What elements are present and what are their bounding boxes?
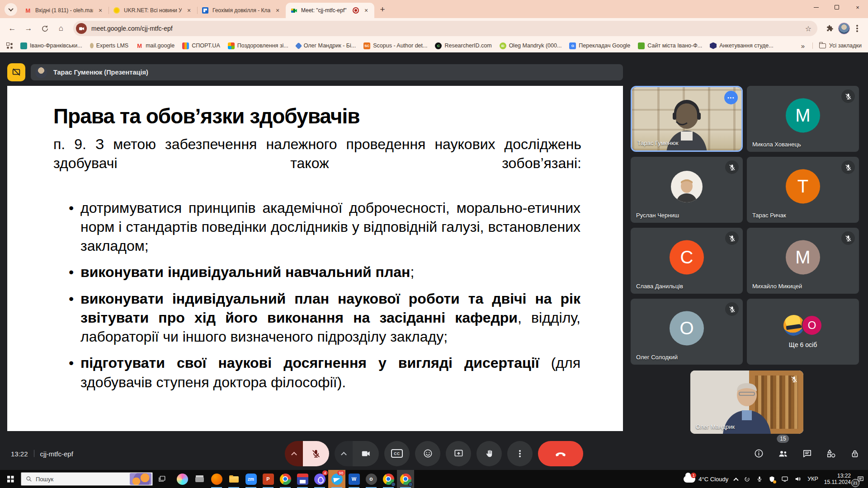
participant-tile-rychak[interactable]: Т Тарас Ричак (747, 157, 859, 223)
taskbar-app-chrome-profile[interactable] (380, 470, 397, 488)
minimize-button[interactable] (806, 0, 826, 14)
tile-menu-button[interactable]: ••• (724, 91, 738, 104)
mic-muted-button[interactable] (303, 441, 329, 466)
taskbar-app-telegram[interactable]: 98 (328, 470, 345, 488)
sync-tray-icon[interactable] (744, 476, 750, 483)
camera-on-button[interactable] (353, 441, 379, 466)
bookmarks-overflow-chevron[interactable]: » (801, 42, 805, 50)
taskbar-app-printer[interactable] (191, 470, 208, 488)
apps-grid-icon[interactable] (6, 42, 13, 49)
bookmark-item[interactable]: Анкетування студе... (710, 42, 774, 49)
tab-geochemistry[interactable]: Геохімія довкілля - Кларк × (197, 3, 286, 18)
network-tray-icon[interactable] (781, 475, 788, 483)
participant-tile-solodkyi[interactable]: О Олег Солодкий (631, 299, 743, 365)
tab-search-button[interactable] (5, 3, 17, 16)
profile-avatar[interactable] (838, 23, 850, 34)
bookmark-item[interactable]: Олег Мандрик - Бі... (296, 42, 356, 49)
captions-button[interactable]: CC (384, 441, 410, 466)
extensions-icon[interactable] (822, 21, 837, 36)
taskbar-app-explorer[interactable] (225, 470, 242, 488)
reload-button[interactable] (37, 21, 52, 36)
info-icon (754, 448, 764, 459)
participant-name: Михайло Микицей (752, 283, 802, 290)
meeting-details-button[interactable] (754, 448, 764, 459)
bookmark-item[interactable]: Experts LMS (90, 42, 129, 49)
clock[interactable]: 13:22 15.11.2024 (824, 473, 851, 485)
taskbar-app-chrome-active[interactable] (397, 470, 414, 488)
maximize-button[interactable] (826, 0, 847, 14)
taskbar-search[interactable]: Пошук (21, 472, 153, 486)
security-tray-icon[interactable] (769, 476, 775, 483)
tab-ukrnet[interactable]: UKR.NET: Всі новини України × (108, 3, 197, 18)
participant-tile-khovanets[interactable]: М Микола Хованець (747, 86, 859, 152)
more-options-icon (519, 453, 521, 455)
taskbar-app-copilot[interactable] (174, 470, 191, 488)
bookmark-item[interactable]: Сайт міста Івано-Ф... (638, 42, 702, 49)
taskbar-app-powerpoint[interactable]: P (259, 470, 277, 488)
presentation-off-button[interactable] (7, 63, 25, 81)
mic-options-chevron[interactable] (285, 441, 303, 466)
volume-tray-icon[interactable] (794, 475, 802, 483)
mic-button-group[interactable] (285, 441, 329, 466)
taskbar-app-floppy[interactable] (294, 470, 311, 488)
chrome-menu-icon[interactable] (856, 28, 858, 29)
taskbar-app-opera[interactable]: o (363, 470, 380, 488)
bookmark-item[interactable]: Поздоровлення зі... (228, 42, 288, 49)
bookmark-item[interactable]: Івано-Франківськи... (20, 42, 82, 49)
people-panel-button[interactable]: 15 (778, 448, 788, 459)
close-tab-icon[interactable]: × (97, 7, 104, 14)
participant-tile-danyltsiv[interactable]: С Слава Данильців (631, 228, 743, 294)
powerpoint-icon: P (263, 474, 274, 485)
bookmark-item[interactable]: GПерекладач Google (569, 42, 630, 49)
close-window-button[interactable]: × (847, 0, 868, 14)
bookmark-favicon (638, 42, 645, 49)
camera-options-chevron[interactable] (335, 441, 353, 466)
raise-hand-button[interactable] (476, 441, 502, 466)
tab-gmail[interactable]: M Вхідні (1 811) - oleh.mandryk@ × (20, 3, 108, 18)
end-call-button[interactable] (538, 441, 583, 466)
bookmark-item[interactable]: СПОРТ.UA (182, 42, 220, 49)
language-indicator[interactable]: УКР (807, 476, 818, 482)
start-button[interactable] (0, 470, 21, 488)
new-tab-button[interactable]: + (376, 3, 389, 16)
participant-tile-chernysh[interactable]: Руслан Черниш (631, 157, 743, 223)
taskbar-app-chrome[interactable] (277, 470, 294, 488)
bookmark-item[interactable]: iDOleg Mandryk (000... (500, 42, 562, 49)
participant-tile-overflow[interactable]: О Ще 6 осіб (747, 299, 859, 365)
address-bar[interactable]: meet.google.com/cjj-mtfc-epf ☆ (73, 21, 817, 36)
taskbar-app-word[interactable]: W (345, 470, 363, 488)
back-button[interactable]: ← (5, 21, 20, 36)
presenter-bar[interactable]: Тарас Гуменюк (Презентація) (31, 64, 623, 80)
microphone-tray-icon[interactable] (756, 476, 763, 482)
close-tab-icon[interactable]: × (274, 7, 281, 14)
weather-widget[interactable]: 1 4°C Cloudy (684, 476, 728, 483)
close-tab-icon[interactable]: × (363, 7, 370, 14)
all-bookmarks-button[interactable]: Усі закладки (812, 42, 862, 49)
bookmark-star-icon[interactable]: ☆ (802, 24, 815, 33)
taskbar-app-viber[interactable]: 4 (311, 470, 328, 488)
bookmark-item[interactable]: CResearcherID.com (435, 42, 491, 49)
notification-center-button[interactable]: 21 (857, 475, 864, 483)
chat-panel-button[interactable] (802, 448, 812, 459)
participant-tile-mykytsei[interactable]: М Михайло Микицей (747, 228, 859, 294)
taskbar-app-zoom[interactable]: zm (242, 470, 259, 488)
more-options-button[interactable] (507, 441, 533, 466)
host-controls-button[interactable] (850, 449, 860, 459)
taskbar-app-avg[interactable] (208, 470, 225, 488)
bookmark-item[interactable]: SCScopus - Author det... (363, 42, 427, 49)
home-button[interactable]: ⌂ (53, 21, 69, 36)
bookmark-label: mail.google (146, 42, 175, 49)
present-screen-button[interactable] (446, 441, 471, 466)
camera-permission-icon[interactable] (76, 23, 87, 34)
participant-tile-humeniuk[interactable]: ••• Тарас Гуменюк (631, 86, 743, 152)
tray-expand-chevron[interactable] (734, 478, 739, 483)
activities-button[interactable] (826, 448, 836, 459)
reactions-button[interactable] (415, 441, 440, 466)
close-tab-icon[interactable]: × (185, 7, 193, 14)
tab-meet-active[interactable]: Meet: "cjj-mtfc-epf" × (286, 3, 374, 18)
task-view-button[interactable] (153, 470, 171, 488)
bookmark-item[interactable]: Mmail.google (136, 42, 175, 49)
self-view-tile[interactable]: Олег Мандрик (690, 371, 803, 434)
forward-button[interactable]: → (21, 21, 36, 36)
camera-button-group[interactable] (335, 441, 379, 466)
